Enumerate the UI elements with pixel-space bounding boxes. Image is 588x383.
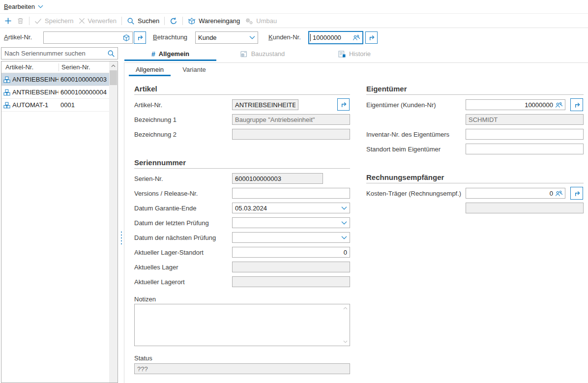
- delete-icon: [17, 17, 24, 25]
- section-title-eigentuemer: Eigentümer: [366, 85, 407, 93]
- search-icon[interactable]: [107, 50, 115, 58]
- lager-standort-field[interactable]: [232, 247, 350, 258]
- kosten-traeger-label: Kosten-Träger (Rechnungsempf.): [366, 190, 461, 198]
- historie-icon: [338, 50, 346, 58]
- section-title-artikel: Artikel: [134, 85, 157, 93]
- tab-bauzustand[interactable]: Bauzustand: [216, 47, 308, 60]
- artikel-nr-goto-button[interactable]: [337, 98, 350, 111]
- artikel-nr-filter-input[interactable]: [44, 32, 122, 43]
- inventar-nr-field[interactable]: [466, 129, 584, 140]
- kunden-nr-input[interactable]: [311, 32, 353, 43]
- discard-label: Verwerfen: [88, 17, 117, 25]
- filter-bar: Artikel-Nr. Betrachtung Kunde Kunden-Nr.: [0, 28, 588, 47]
- inventar-nr-label: Inventar-Nr. des Eigentümers: [366, 131, 449, 139]
- splitter-handle[interactable]: [121, 243, 122, 244]
- naechste-pruefung-date-combo[interactable]: [232, 232, 350, 243]
- list-item[interactable]: AUTOMAT-1 0001: [1, 99, 109, 112]
- eigentuemer-kunden-nr-input[interactable]: [466, 100, 555, 110]
- kosten-traeger-input[interactable]: [466, 188, 555, 198]
- customer-icon[interactable]: [353, 34, 360, 41]
- chevron-down-icon: [341, 236, 347, 239]
- delete-button[interactable]: [17, 17, 24, 25]
- garantie-value: 05.03.2024: [235, 205, 341, 212]
- lager-standort-label: Aktueller Lager-Standort: [134, 249, 204, 257]
- notizen-textarea[interactable]: [135, 304, 342, 346]
- eigentuemer-goto-button[interactable]: [570, 98, 583, 111]
- lagerort-field: [232, 276, 350, 287]
- section-title-seriennummer: Seriennummer: [134, 158, 186, 167]
- goto-icon: [340, 101, 347, 108]
- version-label: Versions / Release-Nr.: [134, 190, 198, 198]
- standort-eigentuemer-field[interactable]: [466, 144, 584, 154]
- list-item[interactable]: ANTRIEBSEINH... 6000100000003: [1, 73, 109, 86]
- bezeichnung2-field: [232, 129, 350, 140]
- scroll-down-arrow[interactable]: [342, 339, 349, 345]
- save-button[interactable]: Speichern: [34, 17, 74, 25]
- artikel-nr-filter-wrap: [43, 31, 133, 44]
- aktuelles-lager-label: Aktuelles Lager: [134, 264, 178, 271]
- scroll-up-arrow[interactable]: [342, 305, 349, 311]
- column-header-serie[interactable]: Serien-Nr.: [59, 63, 109, 71]
- artikel-nr-filter-label: Artikel-Nr.: [4, 33, 32, 41]
- toolbar: Speichern Verwerfen Suchen Wareneingang …: [0, 14, 588, 28]
- garantie-label: Datum Garantie-Ende: [134, 205, 196, 212]
- search-button[interactable]: Suchen: [127, 17, 159, 25]
- list-item[interactable]: ANTRIEBSEINH... 6000100000004: [1, 86, 109, 99]
- article-icon[interactable]: [122, 34, 130, 42]
- subtab-allgemein[interactable]: Allgemein: [129, 65, 171, 76]
- hash-icon: #: [151, 50, 155, 58]
- chevron-down-icon: [341, 221, 347, 225]
- splitter-handle[interactable]: [121, 237, 122, 238]
- save-icon: [34, 18, 42, 24]
- kunden-nr-field-wrap: [308, 31, 363, 44]
- status-label: Status: [134, 354, 152, 362]
- add-button[interactable]: [4, 17, 12, 25]
- splitter-handle[interactable]: [121, 232, 122, 233]
- subtab-variante[interactable]: Variante: [176, 65, 212, 76]
- splitter-handle[interactable]: [121, 240, 122, 241]
- goto-icon: [136, 34, 144, 41]
- serial-search-box: [1, 47, 118, 59]
- umbau-button[interactable]: Umbau: [245, 17, 277, 25]
- scroll-up-arrow[interactable]: [109, 61, 118, 70]
- serial-search-input[interactable]: [1, 50, 107, 57]
- menu-bearbeiten-label: Bearbeiten: [4, 3, 35, 10]
- scrollbar-thumb[interactable]: [110, 70, 117, 85]
- assembly-icon: [1, 89, 12, 96]
- wareneingang-button[interactable]: Wareneingang: [188, 17, 240, 25]
- menu-bearbeiten[interactable]: Bearbeiten: [4, 3, 43, 10]
- subtab-allgemein-label: Allgemein: [136, 66, 164, 73]
- section-divider: [134, 168, 350, 169]
- list-item-artikel: AUTOMAT-1: [12, 101, 59, 109]
- kunden-goto-button[interactable]: [365, 31, 378, 44]
- tab-historie[interactable]: Historie: [308, 47, 400, 60]
- discard-icon: [79, 18, 85, 24]
- kosten-traeger-goto-button[interactable]: [570, 187, 583, 200]
- refresh-button[interactable]: [170, 17, 177, 25]
- section-divider: [134, 94, 350, 95]
- column-header-artikel[interactable]: Artikel-Nr.: [1, 63, 59, 71]
- artikel-nr-field-label: Artikel-Nr.: [134, 101, 162, 109]
- serial-list: Artikel-Nr. Serien-Nr. ANTRIEBSEINH... 6…: [1, 61, 118, 383]
- betrachtung-select[interactable]: Kunde: [195, 31, 258, 44]
- goto-icon: [368, 34, 375, 41]
- customer-icon[interactable]: [555, 101, 563, 109]
- discard-button[interactable]: Verwerfen: [79, 17, 117, 25]
- bezeichnung1-label: Bezeichnung 1: [134, 116, 176, 124]
- letzte-pruefung-date-combo[interactable]: [232, 217, 350, 228]
- customer-icon[interactable]: [555, 190, 563, 197]
- list-scrollbar[interactable]: [109, 61, 118, 383]
- tab-allgemein[interactable]: # Allgemein: [124, 47, 216, 60]
- serial-list-header: Artikel-Nr. Serien-Nr.: [1, 61, 109, 73]
- version-field[interactable]: [232, 188, 350, 199]
- notizen-label: Notizen: [134, 295, 156, 303]
- toolbar-separator: [164, 17, 165, 25]
- eigentuemer-name-field: [466, 114, 584, 125]
- splitter-handle[interactable]: [121, 235, 122, 236]
- aktuelles-lager-field: [232, 262, 350, 272]
- betrachtung-value: Kunde: [198, 34, 249, 41]
- letzte-pruefung-label: Datum der letzten Prüfung: [134, 219, 209, 227]
- rebuild-icon: [245, 17, 253, 25]
- garantie-date-combo[interactable]: 05.03.2024: [232, 203, 350, 213]
- artikel-goto-button[interactable]: [134, 31, 146, 44]
